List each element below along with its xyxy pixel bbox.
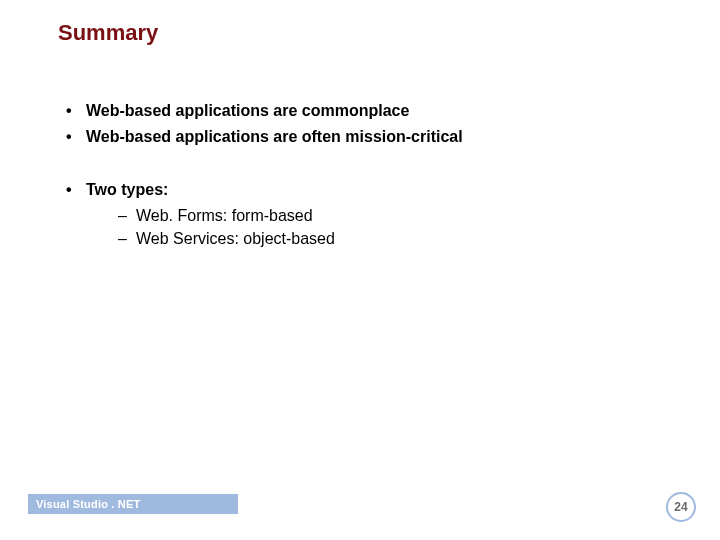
sub-bullet-list: Web. Forms: form-based Web Services: obj…: [86, 205, 680, 250]
footer-bar: Visual Studio . NET: [28, 494, 238, 514]
bullet-lead: Two types:: [86, 181, 168, 198]
spacer: [58, 151, 680, 179]
slide-title: Summary: [58, 20, 158, 46]
bullet-list: Web-based applications are commonplace W…: [58, 100, 680, 147]
slide: Summary Web-based applications are commo…: [0, 0, 720, 540]
bullet-list: Two types: Web. Forms: form-based Web Se…: [58, 179, 680, 250]
footer-label: Visual Studio . NET: [36, 498, 140, 510]
bullet-item: Web-based applications are often mission…: [58, 126, 680, 148]
sub-bullet-item: Web Services: object-based: [86, 228, 680, 250]
sub-bullet-item: Web. Forms: form-based: [86, 205, 680, 227]
page-number: 24: [674, 500, 687, 514]
bullet-item: Two types: Web. Forms: form-based Web Se…: [58, 179, 680, 250]
page-number-badge: 24: [666, 492, 696, 522]
slide-body: Web-based applications are commonplace W…: [58, 100, 680, 254]
bullet-item: Web-based applications are commonplace: [58, 100, 680, 122]
